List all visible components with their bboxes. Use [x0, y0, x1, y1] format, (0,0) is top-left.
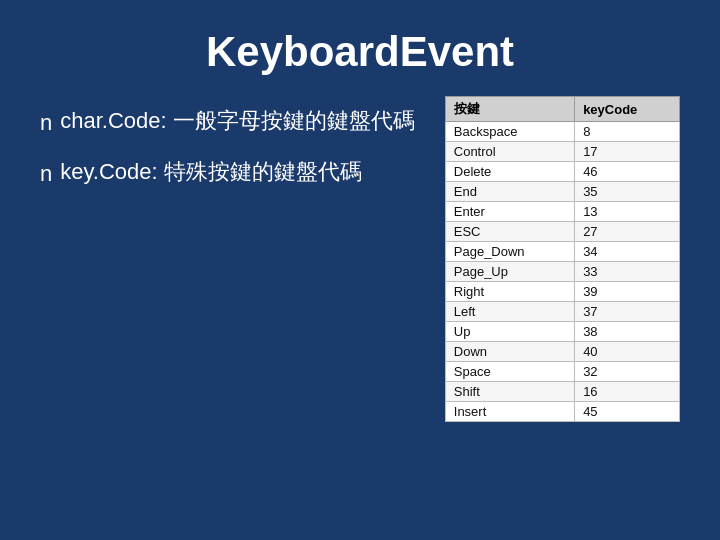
- key-cell: Down: [445, 342, 574, 362]
- page-title: KeyboardEvent: [0, 0, 720, 96]
- keycode-cell: 16: [575, 382, 680, 402]
- key-cell: Shift: [445, 382, 574, 402]
- key-cell: Page_Up: [445, 262, 574, 282]
- keycode-table: 按鍵 keyCode Backspace8Control17Delete46En…: [445, 96, 680, 422]
- table-row: Left37: [445, 302, 679, 322]
- key-cell: Control: [445, 142, 574, 162]
- keycode-cell: 40: [575, 342, 680, 362]
- keycode-cell: 27: [575, 222, 680, 242]
- table-body: Backspace8Control17Delete46End35Enter13E…: [445, 122, 679, 422]
- table-row: Enter13: [445, 202, 679, 222]
- table-panel: 按鍵 keyCode Backspace8Control17Delete46En…: [445, 96, 680, 422]
- table-header-row: 按鍵 keyCode: [445, 97, 679, 122]
- key-cell: Delete: [445, 162, 574, 182]
- keycode-description: key.Code: 特殊按鍵的鍵盤代碼: [60, 157, 362, 188]
- table-row: Delete46: [445, 162, 679, 182]
- keycode-cell: 46: [575, 162, 680, 182]
- bullet-1: n: [40, 106, 52, 139]
- col-header-keycode: keyCode: [575, 97, 680, 122]
- keycode-cell: 17: [575, 142, 680, 162]
- table-row: Backspace8: [445, 122, 679, 142]
- bullet-2: n: [40, 157, 52, 190]
- left-panel: n char.Code: 一般字母按鍵的鍵盤代碼 n key.Code: 特殊按…: [40, 96, 415, 422]
- table-row: Space32: [445, 362, 679, 382]
- keycode-cell: 8: [575, 122, 680, 142]
- key-cell: Up: [445, 322, 574, 342]
- table-row: Shift16: [445, 382, 679, 402]
- key-cell: Left: [445, 302, 574, 322]
- keycode-cell: 32: [575, 362, 680, 382]
- table-row: Page_Down34: [445, 242, 679, 262]
- bullet-item-2: n key.Code: 特殊按鍵的鍵盤代碼: [40, 157, 415, 190]
- key-cell: Page_Down: [445, 242, 574, 262]
- keycode-cell: 34: [575, 242, 680, 262]
- keycode-cell: 13: [575, 202, 680, 222]
- keycode-cell: 45: [575, 402, 680, 422]
- key-cell: Backspace: [445, 122, 574, 142]
- table-row: Insert45: [445, 402, 679, 422]
- key-cell: ESC: [445, 222, 574, 242]
- table-row: Up38: [445, 322, 679, 342]
- content-area: n char.Code: 一般字母按鍵的鍵盤代碼 n key.Code: 特殊按…: [0, 96, 720, 422]
- keycode-cell: 35: [575, 182, 680, 202]
- keycode-cell: 38: [575, 322, 680, 342]
- bullet-item-1: n char.Code: 一般字母按鍵的鍵盤代碼: [40, 106, 415, 139]
- charcode-description: char.Code: 一般字母按鍵的鍵盤代碼: [60, 106, 415, 137]
- keycode-cell: 37: [575, 302, 680, 322]
- key-cell: Right: [445, 282, 574, 302]
- col-header-key: 按鍵: [445, 97, 574, 122]
- table-row: ESC27: [445, 222, 679, 242]
- table-row: Control17: [445, 142, 679, 162]
- key-cell: End: [445, 182, 574, 202]
- table-row: Down40: [445, 342, 679, 362]
- table-row: End35: [445, 182, 679, 202]
- key-cell: Insert: [445, 402, 574, 422]
- key-cell: Space: [445, 362, 574, 382]
- table-row: Right39: [445, 282, 679, 302]
- table-row: Page_Up33: [445, 262, 679, 282]
- keycode-cell: 39: [575, 282, 680, 302]
- key-cell: Enter: [445, 202, 574, 222]
- keycode-cell: 33: [575, 262, 680, 282]
